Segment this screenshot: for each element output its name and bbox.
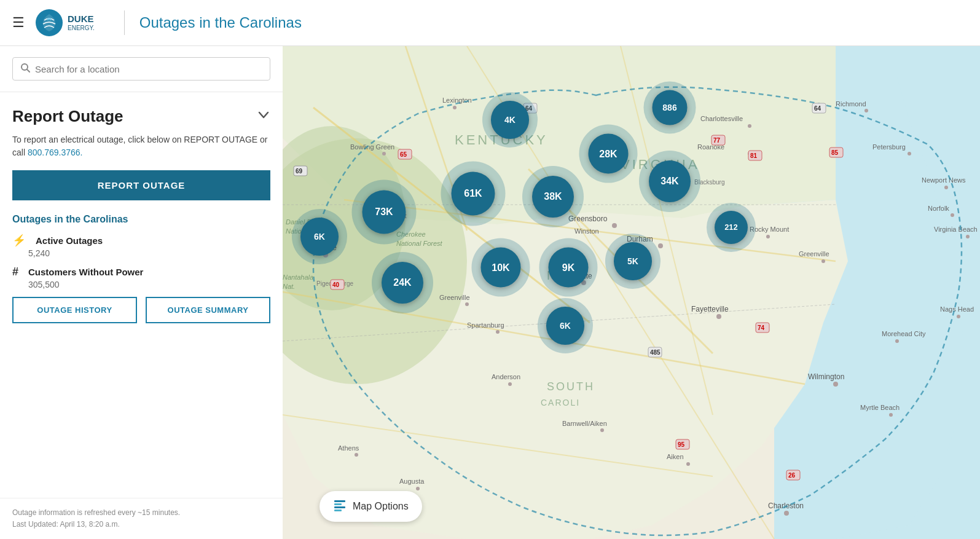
cluster-c5[interactable]: 61K [441, 162, 506, 226]
report-outage-phone[interactable]: 800.769.3766. [28, 148, 83, 157]
main-layout: Report Outage To report an electrical ou… [0, 46, 980, 539]
customers-label: Customers Without Power [28, 267, 143, 277]
customers-row: # Customers Without Power 305,500 [12, 266, 270, 289]
sidebar-footer: Outage information is refreshed every ~1… [0, 498, 283, 539]
sidebar: Report Outage To report an electrical ou… [0, 46, 283, 539]
cluster-label-c9: 24K [382, 262, 423, 304]
cluster-label-c6: 28K [589, 134, 629, 174]
search-bar [0, 46, 283, 92]
cluster-label-c13: 212 [715, 211, 748, 244]
map-options-button[interactable]: Map Options [319, 491, 422, 522]
cluster-label-c4: 73K [362, 190, 406, 234]
cluster-label-c3: 6K [300, 218, 338, 255]
svg-rect-118 [334, 503, 342, 505]
svg-rect-117 [334, 500, 345, 502]
cluster-c1[interactable]: 4K [482, 92, 538, 148]
cluster-label-c8: 34K [649, 160, 691, 202]
cluster-c12[interactable]: 5K [605, 234, 661, 289]
lightning-icon: ⚡ [12, 234, 26, 247]
cluster-c9[interactable]: 24K [372, 252, 433, 313]
cluster-label-c2: 886 [652, 90, 688, 125]
cluster-c2[interactable]: 886 [644, 82, 696, 134]
outage-summary-button[interactable]: OUTAGE SUMMARY [146, 297, 270, 323]
clusters-container: 4K8866K73K61K28K38K34K24K10K9K5K2126K [283, 46, 980, 539]
map-options-label: Map Options [353, 501, 409, 512]
map-options-icon [333, 498, 347, 514]
cluster-label-c14: 6K [546, 307, 584, 344]
search-input[interactable] [35, 64, 262, 74]
logo-text: DUKEENERGY. [68, 14, 95, 32]
svg-rect-119 [334, 506, 345, 508]
page-title: Outages in the Carolinas [139, 14, 302, 31]
cluster-label-c1: 4K [491, 101, 528, 138]
cluster-label-c7: 38K [532, 176, 574, 218]
cluster-label-c10: 10K [481, 248, 521, 288]
header: ☰ DUKEENERGY. Outages in the Carolinas [0, 0, 980, 46]
report-outage-desc: To report an electrical outage, click be… [12, 133, 270, 159]
sidebar-content: Report Outage To report an electrical ou… [0, 92, 283, 498]
cluster-c13[interactable]: 212 [707, 203, 756, 252]
map-background: KENTUCKY VIRGINIA N C SOUTH CAROLI Lexin… [283, 46, 980, 539]
cluster-c14[interactable]: 6K [538, 298, 593, 353]
footer-line1: Outage information is refreshed every ~1… [12, 507, 270, 519]
history-buttons: OUTAGE HISTORY OUTAGE SUMMARY [12, 297, 270, 323]
cluster-c11[interactable]: 9K [539, 238, 598, 297]
menu-icon[interactable]: ☰ [12, 15, 25, 31]
cluster-c4[interactable]: 73K [352, 180, 417, 245]
cluster-c8[interactable]: 34K [639, 151, 700, 212]
cluster-label-c11: 9K [549, 248, 589, 288]
cluster-c6[interactable]: 28K [579, 125, 637, 183]
cluster-label-c5: 61K [451, 171, 495, 215]
search-wrapper[interactable] [12, 57, 270, 81]
cluster-label-c12: 5K [614, 242, 651, 280]
svg-line-2 [27, 69, 29, 72]
header-divider [124, 10, 125, 35]
logo-circle [36, 9, 63, 36]
active-outages-row: ⚡ Active Outages 5,240 [12, 234, 270, 258]
report-outage-title: Report Outage [12, 107, 123, 126]
report-outage-button[interactable]: REPORT OUTAGE [12, 170, 270, 200]
customers-value: 305,500 [28, 280, 143, 289]
outages-section-title: Outages in the Carolinas [12, 214, 270, 225]
hash-icon: # [12, 266, 18, 278]
cluster-c10[interactable]: 10K [472, 238, 530, 297]
active-outages-value: 5,240 [28, 248, 103, 258]
cluster-c3[interactable]: 6K [292, 209, 347, 264]
active-outages-label: Active Outages [36, 235, 103, 246]
footer-line2: Last Updated: April 13, 8:20 a.m. [12, 519, 270, 530]
cluster-c7[interactable]: 38K [522, 166, 584, 227]
outage-history-button[interactable]: OUTAGE HISTORY [12, 297, 137, 323]
logo: DUKEENERGY. [36, 9, 95, 36]
report-outage-chevron[interactable] [257, 108, 270, 125]
svg-rect-120 [334, 509, 342, 511]
report-outage-header: Report Outage [12, 107, 270, 126]
logo-svg [38, 12, 60, 34]
map-area: KENTUCKY VIRGINIA N C SOUTH CAROLI Lexin… [283, 46, 980, 539]
search-icon [20, 63, 30, 75]
